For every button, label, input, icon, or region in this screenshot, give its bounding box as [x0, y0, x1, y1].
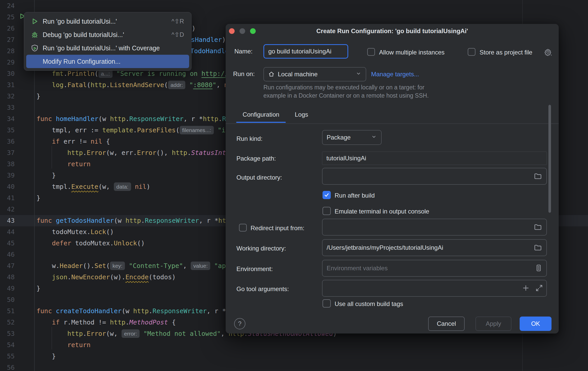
inlay-hint-chip: filenames...: — [180, 126, 214, 134]
tab-separator — [226, 123, 559, 124]
run-kind-label: Run kind: — [236, 135, 262, 142]
line-number: 38 — [0, 159, 15, 170]
line-number: 46 — [0, 249, 15, 260]
code-line-55: 55} — [0, 351, 588, 362]
line-number: 51 — [0, 305, 15, 317]
line-number: 36 — [0, 136, 15, 147]
run-context-menu: Run 'go build tutorialUsi...'^⇧RDebug 'g… — [24, 12, 191, 71]
run-after-build-label: Run after build — [335, 192, 375, 199]
line-number: 48 — [0, 272, 15, 283]
working-directory-label: Working directory: — [236, 245, 286, 252]
run-after-build-checkbox[interactable] — [323, 191, 331, 199]
line-number: 30 — [0, 68, 15, 79]
line-number: 42 — [0, 204, 15, 215]
run-on-help-line2: example in a Docker Container or on a re… — [263, 92, 429, 99]
store-as-project-file-checkbox[interactable] — [468, 48, 475, 56]
line-number: 24 — [0, 0, 15, 12]
emulate-terminal-checkbox[interactable] — [323, 207, 331, 215]
code-text: json.NewEncoder(w).Encode(todos) — [52, 272, 176, 283]
code-line-54: 54return — [0, 339, 588, 351]
name-label: Name: — [234, 48, 253, 55]
code-text: defer todoMutex.Unlock() — [52, 238, 145, 249]
run-on-label: Run on: — [233, 70, 255, 78]
indent-guide — [52, 146, 52, 169]
environment-label: Environment: — [236, 265, 273, 273]
code-text: } — [36, 192, 40, 204]
run-on-value: Local machine — [278, 71, 318, 78]
environment-variables-icon[interactable] — [535, 264, 543, 273]
environment-input[interactable] — [322, 260, 547, 277]
folder-icon[interactable] — [534, 223, 542, 233]
menu-item-run-go-build-tutorialusi-with-coverage[interactable]: Run 'go build tutorialUsi...' with Cover… — [26, 41, 189, 55]
line-number: 35 — [0, 125, 15, 136]
manage-targets-link[interactable]: Manage targets... — [371, 71, 419, 78]
run-kind-dropdown[interactable]: Package — [322, 130, 382, 145]
line-number: 33 — [0, 102, 15, 113]
coverage-icon — [30, 44, 39, 52]
line-number: 29 — [0, 57, 15, 68]
ok-button[interactable]: OK — [520, 317, 552, 331]
allow-multiple-instances-checkbox[interactable] — [367, 48, 375, 56]
run-icon — [30, 17, 39, 26]
line-number: 32 — [0, 91, 15, 102]
menu-item-run-go-build-tutorialusi[interactable]: Run 'go build tutorialUsi...'^⇧R — [26, 15, 189, 28]
code-text: tmpl.Execute(w, data: nil) — [52, 181, 150, 192]
indent-guide — [52, 327, 52, 349]
apply-button[interactable]: Apply — [475, 317, 511, 331]
code-text: } — [36, 283, 40, 294]
local-machine-icon — [268, 71, 275, 78]
menu-item-shortcut: ^⇧R — [171, 18, 184, 25]
line-number: 45 — [0, 238, 15, 249]
run-on-help-line1: Run configurations may be executed local… — [263, 84, 424, 91]
package-path-label: Package path: — [236, 155, 276, 162]
custom-build-tags-label: Use all custom build tags — [335, 300, 403, 308]
menu-item-modify-run-configuration[interactable]: Modify Run Configuration... — [26, 55, 189, 68]
menu-item-debug-go-build-tutorialusi[interactable]: Debug 'go build tutorialUsi...'^⇧D — [26, 28, 189, 41]
redirect-input-file-input[interactable] — [322, 219, 547, 236]
menu-item-label: Modify Run Configuration... — [43, 58, 121, 65]
emulate-terminal-label: Emulate terminal in output console — [335, 208, 429, 215]
redirect-input-checkbox[interactable] — [239, 224, 247, 231]
redirect-input-label: Redirect input from: — [251, 225, 304, 232]
code-text: return — [67, 339, 90, 351]
line-number: 40 — [0, 181, 15, 192]
menu-item-label: Debug 'go build tutorialUsi...' — [43, 31, 124, 39]
line-number: 41 — [0, 192, 15, 204]
line-number: 28 — [0, 45, 15, 57]
line-number: 55 — [0, 351, 15, 362]
code-text: } — [52, 351, 56, 362]
folder-icon[interactable] — [534, 172, 542, 182]
inlay-hint-chip: key: — [110, 262, 125, 270]
tab-logs[interactable]: Logs — [290, 107, 313, 122]
package-path-input[interactable] — [322, 152, 547, 165]
output-directory-input[interactable] — [322, 168, 547, 185]
code-line-56: 56 — [0, 362, 588, 371]
custom-build-tags-checkbox[interactable] — [323, 299, 331, 308]
inlay-hint-chip: data: — [114, 182, 131, 191]
allow-multiple-instances-label: Allow multiple instances — [379, 49, 445, 56]
code-text: log.Fatal(http.ListenAndServe(addr: ":80… — [52, 79, 243, 91]
create-run-configuration-dialog: Create Run Configuration: 'go build tuto… — [226, 24, 559, 333]
name-input[interactable] — [263, 44, 348, 59]
ide-window: 242526er)27odosHandler)28ateTodoHandler)… — [0, 0, 588, 371]
inlay-hint-chip: error: — [122, 329, 140, 338]
line-number: 52 — [0, 317, 15, 328]
go-tool-arguments-input[interactable] — [322, 280, 547, 297]
line-number: 53 — [0, 328, 15, 339]
expand-icon[interactable] — [535, 284, 543, 293]
folder-icon[interactable] — [534, 243, 542, 253]
help-button[interactable]: ? — [234, 318, 245, 329]
tab-configuration[interactable]: Configuration — [236, 107, 286, 122]
menu-item-shortcut: ^⇧D — [171, 31, 184, 38]
cancel-button[interactable]: Cancel — [428, 317, 465, 331]
add-icon[interactable] — [522, 284, 530, 293]
gear-icon[interactable] — [543, 48, 553, 58]
chevron-down-icon — [355, 70, 362, 78]
inlay-hint-chip: value: — [191, 262, 210, 270]
working-directory-input[interactable] — [322, 239, 547, 256]
code-text: return — [67, 159, 90, 170]
dialog-scrollbar[interactable] — [548, 105, 551, 213]
line-number: 47 — [0, 260, 15, 272]
run-on-dropdown[interactable]: Local machine — [263, 67, 366, 81]
chevron-down-icon — [371, 134, 377, 141]
